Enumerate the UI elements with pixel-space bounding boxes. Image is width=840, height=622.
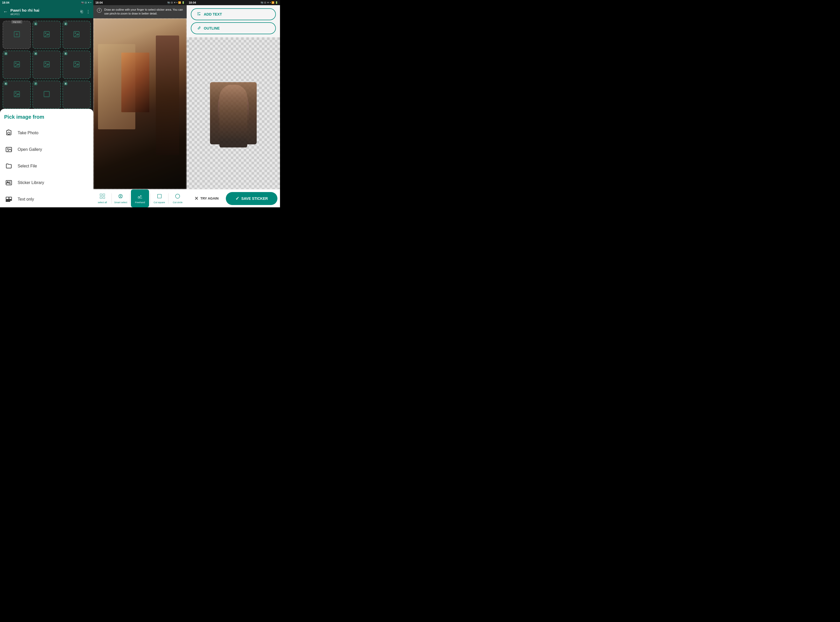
add-image-icon-2 [73, 30, 80, 39]
open-gallery-item[interactable]: Open Gallery [4, 142, 89, 157]
add-icon-tray [13, 30, 20, 40]
gallery-icon [4, 145, 14, 154]
info-banner: i Draw an outline with your finger to se… [93, 5, 187, 18]
text-only-label: Text only [18, 197, 34, 202]
save-sticker-button[interactable]: ✓ SAVE STICKER [226, 192, 277, 205]
select-file-label: Select File [18, 164, 37, 168]
sticker-slot-5[interactable]: 5 [63, 50, 91, 79]
svg-rect-44 [157, 194, 161, 198]
cut-circle-tool[interactable]: Cut circle [168, 189, 187, 207]
select-file-item[interactable]: Select File [4, 159, 89, 174]
svg-rect-33 [6, 197, 9, 199]
action-buttons-top: ADD TEXT OUTLINE [187, 5, 280, 37]
svg-point-24 [15, 93, 16, 93]
share-icon[interactable]: ⎗ [80, 9, 83, 14]
text-only-item[interactable]: Text only [4, 192, 89, 207]
select-all-icon [99, 193, 105, 200]
svg-rect-38 [103, 194, 105, 195]
sticker-slot-4[interactable]: 4 [32, 50, 61, 79]
info-icon: i [97, 8, 102, 13]
editor-canvas[interactable] [93, 18, 187, 189]
photo-scene [93, 18, 187, 189]
outline-icon [197, 25, 201, 31]
sticker-slot-8[interactable]: 8 [63, 81, 91, 109]
tools-toolbar: select all Smart select Freehand [93, 189, 187, 207]
cut-circle-label: Cut circle [173, 201, 183, 204]
back-button[interactable]: ← [3, 9, 8, 15]
svg-rect-39 [100, 197, 102, 198]
pick-image-title: Pick image from [4, 114, 89, 120]
try-again-button[interactable]: ✕ TRY AGAIN [189, 192, 224, 205]
status-icons-middle: 📷 ⊡ ✕ • 📶 🔋 [167, 1, 185, 4]
chat-title: Pawri ho rhi hai [11, 8, 78, 12]
tray-tooltip: tray icon [11, 20, 22, 24]
sticker-slot-6[interactable]: 6 [3, 81, 31, 109]
cut-square-icon [157, 193, 162, 200]
add-image-icon-7 [43, 90, 50, 99]
sticker-slot-1[interactable]: 1 [32, 21, 61, 49]
smart-select-icon [118, 193, 124, 200]
camera-icon [4, 128, 14, 138]
bottom-sheet: Pick image from Take Photo Open Gallery [0, 109, 93, 207]
status-bar-left: 18:04 📷 ⊡ ✕ • [0, 0, 93, 5]
status-icons-right: 📷 ⊡ ✕ • 📶 🔋 [261, 1, 278, 4]
svg-point-28 [8, 132, 10, 134]
right-panel: 18:04 📷 ⊡ ✕ • 📶 🔋 ADD TEXT [187, 0, 280, 207]
time-right: 18:04 [189, 1, 196, 4]
svg-point-42 [120, 195, 122, 197]
svg-rect-27 [44, 91, 49, 97]
sticker-preview [210, 82, 257, 144]
freehand-tool[interactable]: Freehand [131, 189, 149, 207]
svg-point-4 [45, 33, 46, 34]
text-only-icon [4, 195, 14, 204]
bottom-actions: ✕ TRY AGAIN ✓ SAVE STICKER [187, 189, 280, 207]
sticker-slot-7[interactable]: 7 [32, 81, 61, 109]
take-photo-item[interactable]: Take Photo [4, 125, 89, 141]
text-icon [197, 11, 201, 17]
left-panel: 18:04 📷 ⊡ ✕ • ← Pawri ho rhi hai ak1411 … [0, 0, 93, 207]
middle-panel: 18:04 📷 ⊡ ✕ • 📶 🔋 i Draw an outline with… [93, 0, 187, 207]
status-icons-left: 📷 ⊡ ✕ • [81, 1, 91, 4]
chat-header: ← Pawri ho rhi hai ak1411 ⎗ ⋮ [0, 5, 93, 18]
add-image-icon-4 [43, 61, 50, 69]
add-text-button[interactable]: ADD TEXT [191, 8, 276, 20]
more-options-icon[interactable]: ⋮ [86, 9, 90, 14]
try-again-label: TRY AGAIN [200, 197, 218, 200]
figure-element [156, 35, 179, 155]
smart-select-label: Smart select [114, 201, 127, 204]
select-all-tool[interactable]: select all [93, 189, 111, 207]
info-text: Draw an outline with your finger to sele… [104, 8, 183, 16]
add-text-label: ADD TEXT [204, 12, 222, 16]
sticker-preview-area [187, 37, 280, 189]
outline-label: OUTLINE [204, 26, 220, 30]
save-sticker-label: SAVE STICKER [241, 197, 268, 201]
tray-icon-slot[interactable]: tray icon [3, 21, 31, 49]
svg-rect-36 [6, 201, 10, 202]
add-image-icon-3 [13, 61, 20, 69]
smart-select-tool[interactable]: Smart select [112, 189, 130, 207]
svg-point-30 [8, 148, 8, 149]
cut-square-tool[interactable]: Cut square [150, 189, 168, 207]
svg-rect-35 [6, 200, 12, 200]
check-icon: ✓ [235, 196, 239, 201]
sticker-slot-3[interactable]: 3 [3, 50, 31, 79]
svg-line-46 [200, 26, 200, 27]
chat-header-icons: ⎗ ⋮ [80, 9, 90, 14]
status-bar-middle: 18:04 📷 ⊡ ✕ • 📶 🔋 [93, 0, 187, 5]
freehand-label: Freehand [135, 201, 145, 204]
chat-subtitle: ak1411 [11, 12, 78, 15]
sticker-slot-2[interactable]: 2 [63, 21, 91, 49]
chat-info: Pawri ho rhi hai ak1411 [11, 8, 78, 15]
x-icon: ✕ [194, 196, 199, 201]
time-middle: 18:04 [95, 1, 103, 4]
svg-point-16 [45, 63, 46, 64]
take-photo-label: Take Photo [18, 131, 38, 135]
outline-button[interactable]: OUTLINE [191, 22, 276, 34]
svg-rect-34 [9, 197, 12, 199]
svg-point-8 [75, 33, 76, 34]
sticker-library-icon [4, 178, 14, 188]
add-image-icon-6 [13, 90, 20, 99]
frame-element [121, 53, 149, 113]
status-bar-right: 18:04 📷 ⊡ ✕ • 📶 🔋 [187, 0, 280, 5]
sticker-library-item[interactable]: Sticker Library [4, 175, 89, 191]
